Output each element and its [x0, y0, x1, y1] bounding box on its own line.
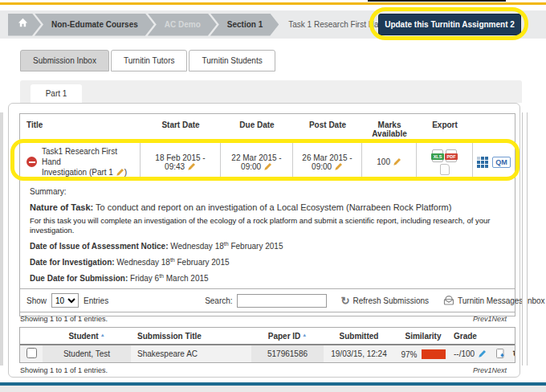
pager-prev[interactable]: Prev: [473, 366, 488, 374]
nature-of-task-label: Nature of Task:: [30, 202, 93, 212]
tab-label: Turnitin Tutors: [124, 56, 175, 65]
col-header-export: Export: [417, 114, 473, 142]
col-header-submitted[interactable]: Submitted: [324, 332, 394, 341]
assignment-title-close: ): [124, 168, 127, 177]
breadcrumb-label: Non-Edumate Courses: [51, 20, 138, 29]
tab-bar: Submission Inbox Turnitin Tutors Turniti…: [20, 50, 277, 71]
edit-due-date-icon[interactable]: [263, 162, 272, 171]
col-header-title: Title: [20, 114, 141, 142]
refresh-submission-icon[interactable]: ↻: [512, 349, 515, 359]
export-original-file-icon[interactable]: [440, 164, 450, 175]
update-assignment-button-label: Update this Turnitin Assignment 2: [385, 20, 515, 29]
grade-value: --/100: [454, 349, 475, 358]
rubric-grid-icon[interactable]: [477, 157, 488, 168]
pager-bottom: Prev1Next: [473, 366, 507, 374]
similarity-value: 97%: [401, 350, 417, 359]
export-xls-icon[interactable]: XLS: [432, 149, 443, 162]
home-icon: [18, 14, 28, 36]
sort-asc-icon: ▲: [302, 333, 307, 337]
breadcrumb-item-courses[interactable]: Non-Edumate Courses: [35, 14, 154, 36]
grade-cell: --/100 ↻: [452, 349, 515, 359]
assignment-title-2: Investigation (Part 1: [42, 168, 113, 177]
footer-band: [0, 386, 546, 392]
nature-of-task-text: To conduct and report on an investigatio…: [93, 202, 451, 212]
start-date-cell: 18 Feb 2015 - 09:43: [141, 143, 221, 181]
refresh-submissions-button[interactable]: ↻ Refresh Submissions: [341, 295, 429, 307]
update-assignment-button[interactable]: Update this Turnitin Assignment 2: [378, 14, 521, 35]
edit-post-date-icon[interactable]: [334, 162, 343, 171]
col-header-grade[interactable]: Grade: [452, 332, 515, 341]
edit-title-icon[interactable]: [116, 168, 124, 177]
assignment-table: Title Start Date Due Date Post Date Mark…: [19, 113, 515, 316]
issue-date-day: Wednesday 18: [168, 242, 223, 251]
post-date-cell: 26 Mar 2015 - 09:00: [293, 143, 362, 181]
show-label: Show: [26, 296, 47, 305]
col-header-paper-id[interactable]: Paper ID▲: [251, 332, 324, 341]
showing-info-top: Showing 1 to 1 of 1 entries.: [20, 315, 108, 323]
edit-grade-icon[interactable]: [478, 349, 487, 358]
breadcrumb-item-section[interactable]: Section 1: [210, 14, 279, 36]
col-header-student[interactable]: Student▲: [43, 332, 131, 341]
student-name: Student, Test: [43, 345, 131, 362]
export-pdf-icon[interactable]: PDF: [446, 149, 457, 162]
pager-prev[interactable]: Prev: [473, 315, 488, 323]
row-select-checkbox[interactable]: [26, 348, 37, 358]
start-date-line1: 18 Feb 2015 -: [155, 153, 205, 162]
edit-start-date-icon[interactable]: [187, 162, 196, 171]
tab-turnitin-students[interactable]: Turnitin Students: [189, 50, 275, 71]
due-date-line2: 09:00: [241, 162, 261, 171]
messages-inbox-label: Turnitin Messages Inbox (1): [458, 296, 546, 305]
xls-band: XLS: [431, 153, 444, 160]
messages-inbox-button[interactable]: Turnitin Messages Inbox (1): [443, 296, 546, 305]
tab-label: Turnitin Students: [202, 56, 262, 65]
download-submission-icon[interactable]: [496, 349, 505, 359]
submission-due-rest: March 2015: [164, 274, 209, 283]
quickmark-button[interactable]: QM: [492, 157, 511, 168]
entries-label: Entries: [84, 296, 108, 305]
due-date-line1: 22 Mar 2015 -: [231, 153, 281, 162]
tab-turnitin-tutors[interactable]: Turnitin Tutors: [111, 50, 188, 71]
entries-per-page-select[interactable]: 10: [51, 293, 79, 308]
col-header-similarity[interactable]: Similarity: [394, 332, 452, 341]
tab-submission-inbox[interactable]: Submission Inbox: [20, 50, 109, 71]
paper-id: 517961586: [251, 345, 324, 362]
export-cell: XLS PDF: [417, 143, 473, 181]
post-date-line1: 26 Mar 2015 -: [302, 153, 352, 162]
edit-marks-icon[interactable]: [393, 157, 401, 166]
pdf-band: PDF: [445, 153, 458, 160]
breadcrumb-item-ac-demo: AC Demo: [148, 14, 217, 36]
submission-due-day: Friday 6: [128, 274, 159, 283]
page-scrollbar-track[interactable]: [522, 112, 528, 365]
mail-icon: [443, 296, 454, 305]
assignment-title-cell: Task1 Research First Hand Investigation …: [20, 143, 141, 181]
assignment-table-header: Title Start Date Due Date Post Date Mark…: [20, 114, 515, 143]
top-gold-line: [0, 2, 546, 5]
breadcrumb-home[interactable]: [8, 14, 41, 36]
tab-label: Submission Inbox: [33, 56, 96, 65]
pager-next[interactable]: Next: [491, 315, 507, 323]
marks-value: 100: [377, 157, 390, 166]
col-header-submission-title[interactable]: Submission Title: [131, 332, 251, 341]
search-input[interactable]: [237, 294, 327, 308]
sort-asc-icon: ▲: [100, 333, 105, 337]
similarity-score-bar[interactable]: [422, 349, 446, 359]
investigation-date-rest: February 2015: [175, 258, 230, 267]
pager-next[interactable]: Next: [491, 366, 507, 374]
refresh-icon: ↻: [341, 295, 350, 307]
assignment-title: Task1 Research First Hand: [42, 147, 117, 166]
submission-title[interactable]: Shakespeare AC: [131, 349, 251, 358]
part-tab-strip: Part 1: [20, 80, 522, 103]
issue-date-rest: February 2015: [229, 242, 283, 251]
submissions-table-header: Student▲ Submission Title Paper ID▲ Subm…: [20, 328, 515, 345]
similarity-cell: 97%: [394, 349, 452, 359]
summary-section: Summary: Nature of Task: To conduct and …: [20, 181, 515, 292]
col-header-due-date: Due Date: [221, 114, 293, 142]
breadcrumb-label: AC Demo: [165, 20, 201, 29]
tab-part-1[interactable]: Part 1: [31, 84, 82, 103]
due-date-cell: 22 Mar 2015 - 09:00: [221, 143, 293, 181]
col-header-tools: [473, 114, 515, 142]
col-header-start-date: Start Date: [141, 114, 221, 142]
anonymous-marking-icon: [26, 157, 37, 167]
part-tab-label: Part 1: [46, 89, 67, 98]
submissions-toolbar: Show 10 Entries Search: ↻ Refresh Submis…: [19, 288, 515, 312]
